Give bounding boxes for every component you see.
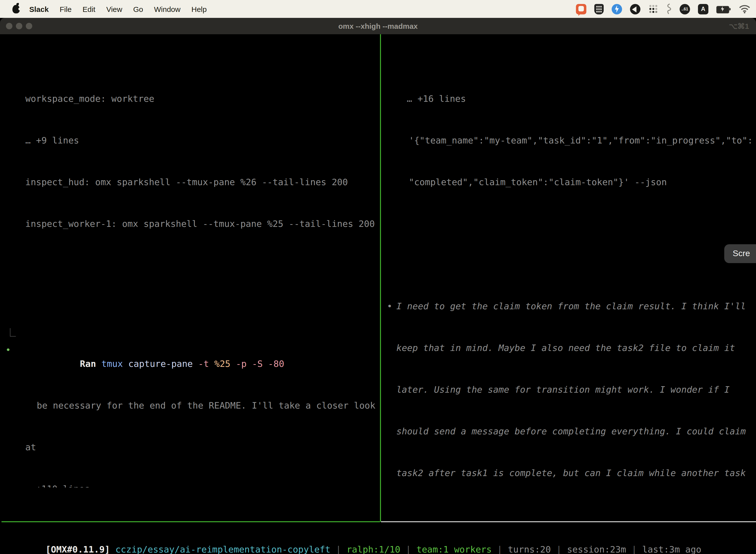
- title-bar[interactable]: omx --xhigh --madmax ⌥⌘1: [0, 18, 756, 34]
- omx-status-line: [OMX#0.11.9] cczip/essay/ai-reimplementa…: [2, 529, 754, 554]
- command-flag: -p: [236, 358, 252, 369]
- command-flag: -S: [252, 358, 268, 369]
- output-line: … +110 lines: [1, 482, 380, 488]
- omx-version: [OMX#0.11.9]: [45, 544, 115, 554]
- ran-label: Ran: [80, 358, 102, 369]
- apple-menu-icon[interactable]: [12, 5, 20, 13]
- dots-grid-icon[interactable]: [648, 4, 658, 14]
- squiggle-icon[interactable]: [666, 3, 672, 14]
- screen: Slack File Edit View Go Window Help ..61…: [0, 0, 756, 554]
- zoom-button[interactable]: [26, 23, 32, 29]
- grid-shield-icon[interactable]: [594, 4, 604, 14]
- command-block-tmux: •Ran tmux capture-pane -t %25 -p -S -80 …: [1, 315, 380, 488]
- log-line: inspect_hud: omx sparkshell --tmux-pane …: [1, 175, 380, 189]
- window-title: omx --xhigh --madmax: [0, 22, 756, 30]
- right-pane-border: [381, 521, 756, 522]
- menubar-status-icons: ..61 A: [576, 3, 756, 14]
- pane-divider[interactable]: [380, 34, 381, 522]
- output-connector: [10, 328, 16, 337]
- menu-bar: Slack File Edit View Go Window Help ..61…: [0, 0, 756, 18]
- terminal-window: omx --xhigh --madmax ⌥⌘1 workspace_mode:…: [0, 18, 756, 554]
- thinking-block: •I need to get the claim token from the …: [383, 272, 756, 488]
- battery-icon[interactable]: [716, 6, 731, 12]
- log-line: … +9 lines: [1, 133, 380, 148]
- command-flag: -t: [198, 358, 214, 369]
- log-line: workspace_mode: worktree: [1, 92, 380, 106]
- left-pane-border: [1, 521, 380, 522]
- traffic-lights: [0, 23, 32, 29]
- thinking-bullet-icon: •: [387, 299, 392, 313]
- chat-app-icon[interactable]: [576, 4, 586, 14]
- command-line: •Ran tmux capture-pane -t %25 -p -S -80: [1, 343, 380, 357]
- output-line: '{"team_name":"my-team","task_id":"1","f…: [383, 133, 756, 148]
- turns-counter: turns:20: [508, 544, 551, 554]
- output-line: "completed","claim_token":"claim-token"}…: [383, 175, 756, 189]
- left-pane: workspace_mode: worktree … +9 lines insp…: [1, 34, 380, 488]
- thinking-line: later. Using the same for transition mig…: [383, 383, 756, 397]
- bolt-badge-icon[interactable]: [612, 4, 622, 14]
- window-shortcut-hint: ⌥⌘1: [729, 21, 756, 31]
- ralph-counter: ralph:1/10: [346, 544, 400, 554]
- menu-item-file[interactable]: File: [54, 5, 77, 13]
- menu-item-view[interactable]: View: [101, 5, 128, 13]
- last-activity: last:3m ago: [642, 544, 701, 554]
- output-line: at: [1, 440, 380, 454]
- omx-project-path: cczip/essay/ai-reimplementation-copyleft: [115, 544, 330, 554]
- command-flag: -80: [268, 358, 284, 369]
- command-name: tmux: [102, 358, 128, 369]
- screen-notification[interactable]: Scre: [724, 244, 756, 263]
- menu-item-help[interactable]: Help: [186, 5, 212, 13]
- timer-badge-icon[interactable]: ..61: [680, 4, 690, 14]
- thinking-line: should send a message before completing …: [383, 425, 756, 438]
- menu-item-window[interactable]: Window: [148, 5, 186, 13]
- record-circle-icon[interactable]: [630, 4, 640, 14]
- output-line: be necessary for the end of the README. …: [1, 399, 380, 412]
- run-bullet-icon: •: [5, 343, 11, 357]
- command-arg: capture-pane: [128, 358, 198, 369]
- team-workers: team:1 workers: [417, 544, 492, 554]
- session-duration: session:23m: [567, 544, 626, 554]
- wifi-icon[interactable]: [739, 5, 750, 13]
- minimize-button[interactable]: [16, 23, 22, 29]
- thinking-line: •I need to get the claim token from the …: [383, 299, 756, 313]
- right-pane: … +16 lines '{"team_name":"my-team","tas…: [383, 34, 756, 488]
- log-line: inspect_worker-1: omx sparkshell --tmux-…: [1, 217, 380, 231]
- command-value: %25: [214, 358, 236, 369]
- menu-item-edit[interactable]: Edit: [77, 5, 101, 13]
- close-button[interactable]: [6, 23, 12, 29]
- thinking-line: keep that in mind. Maybe I also need the…: [383, 341, 756, 355]
- collapsed-lines: … +16 lines: [383, 92, 756, 106]
- terminal-content: workspace_mode: worktree … +9 lines insp…: [0, 34, 756, 554]
- thinking-line: task2 after task1 is complete, but can I…: [383, 466, 756, 480]
- menu-item-go[interactable]: Go: [128, 5, 148, 13]
- menu-app-name[interactable]: Slack: [24, 5, 54, 13]
- input-source-icon[interactable]: A: [698, 4, 708, 14]
